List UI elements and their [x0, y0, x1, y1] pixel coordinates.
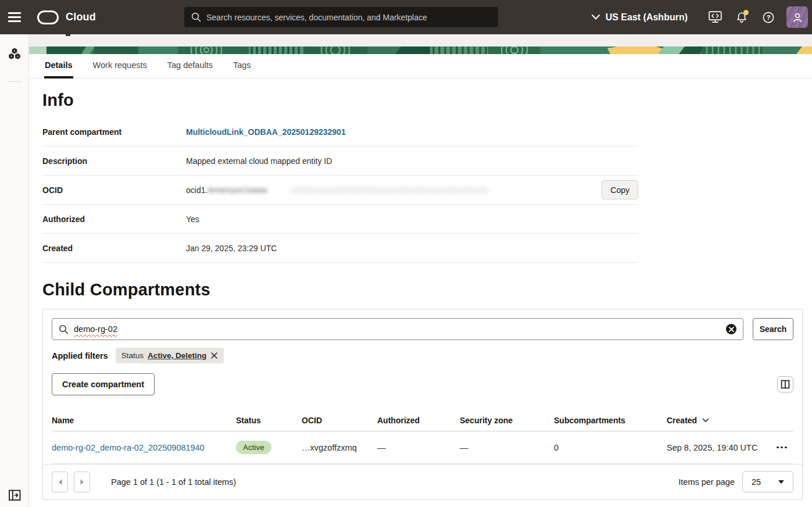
ocid-redacted-faint: aaaaaaaaaaaaaaaaaaaaaaaaaaaaaaaaaaaaaaaa…	[291, 185, 488, 194]
panel-expand-icon	[9, 490, 21, 501]
region-label: US East (Ashburn)	[606, 12, 688, 23]
field-label: Authorized	[42, 215, 186, 224]
table-actions-row: Create compartment	[52, 373, 793, 395]
column-header-security-zone[interactable]: Security zone	[460, 416, 554, 425]
search-button[interactable]: Search	[753, 318, 793, 340]
row-ocid: …xvgzoffzxmq	[302, 443, 377, 452]
search-icon	[59, 324, 69, 334]
help-button[interactable]: ?	[759, 8, 778, 27]
decorative-banner	[29, 47, 812, 54]
chip-prefix: Status	[121, 351, 144, 360]
created-header-label: Created	[667, 416, 697, 425]
info-row-created: Created Jan 29, 2025, 23:29 UTC	[42, 234, 638, 263]
row-actions-menu-button[interactable]	[770, 443, 793, 452]
table-row: demo-rg-02_demo-ra-02_202509081940 Activ…	[52, 431, 793, 464]
hamburger-bars	[8, 12, 21, 22]
child-compartments-title: Child Compartments	[42, 280, 812, 299]
field-label: Description	[42, 156, 186, 166]
search-icon	[191, 12, 201, 22]
row-created: Sep 8, 2025, 19:40 UTC	[667, 443, 770, 452]
tab-tags[interactable]: Tags	[232, 54, 252, 78]
info-row-parent-compartment: Parent compartment MulticloudLink_ODBAA_…	[42, 117, 638, 147]
chevron-left-icon	[58, 479, 63, 485]
collapse-panel-button[interactable]	[0, 490, 29, 501]
items-per-page-value: 25	[752, 477, 761, 487]
scroll-remnant-mark	[66, 34, 70, 36]
compartment-search-row: demo-rg-02 Search	[52, 318, 793, 340]
chevron-right-icon	[80, 479, 85, 485]
remove-filter-button[interactable]	[210, 352, 218, 359]
items-per-page-select[interactable]: 25	[742, 471, 793, 492]
close-icon	[729, 327, 734, 332]
created-value: Jan 29, 2025, 23:29 UTC	[186, 244, 638, 253]
compartment-name-link[interactable]: demo-rg-02_demo-ra-02_202509081940	[52, 443, 205, 452]
info-title: Info	[42, 91, 812, 110]
row-subcompartments: 0	[554, 443, 667, 452]
global-search-bar[interactable]	[184, 7, 498, 27]
top-navigation-bar: Cloud US East (Ashburn)	[0, 0, 812, 34]
cloud-shell-icon	[709, 11, 722, 23]
info-row-authorized: Authorized Yes	[42, 205, 638, 234]
banner-illustration	[29, 47, 812, 54]
authorized-value: Yes	[186, 215, 638, 224]
description-value: Mapped external cloud mapped entity ID	[186, 156, 638, 166]
items-per-page-control: Items per page 25	[678, 471, 793, 492]
table-header: Name Status OCID Authorized Security zon…	[52, 410, 793, 431]
manage-columns-button[interactable]	[777, 376, 793, 392]
page-tabs: Details Work requests Tag defaults Tags	[29, 54, 812, 78]
tab-tag-defaults[interactable]: Tag defaults	[167, 54, 213, 78]
main-content: Details Work requests Tag defaults Tags …	[29, 34, 812, 507]
person-icon	[791, 11, 804, 24]
oracle-ring-icon	[37, 10, 59, 24]
pagination-summary: Page 1 of 1 (1 - 1 of 1 total items)	[111, 477, 236, 487]
announcements-button[interactable]	[732, 8, 752, 27]
info-rows: Parent compartment MulticloudLink_ODBAA_…	[42, 117, 638, 263]
columns-icon	[781, 380, 790, 389]
ocid-value: ocid1. tenancyoc1aaaa aaaaaaaaaaaaaaaaaa…	[186, 180, 638, 199]
clear-search-button[interactable]	[726, 324, 736, 334]
column-header-name[interactable]: Name	[52, 416, 236, 425]
field-label: Created	[42, 244, 186, 253]
global-search-input[interactable]	[206, 13, 491, 22]
row-security-zone: —	[460, 443, 554, 452]
header-actions: US East (Ashburn) ?	[592, 0, 808, 34]
close-icon	[210, 352, 218, 359]
region-selector[interactable]: US East (Ashburn)	[592, 12, 688, 23]
items-per-page-label: Items per page	[678, 477, 735, 487]
parent-compartment-link[interactable]: MulticloudLink_ODBAA_20250129232901	[186, 127, 346, 137]
column-header-created[interactable]: Created	[667, 416, 770, 425]
info-row-ocid: OCID ocid1. tenancyoc1aaaa aaaaaaaaaaaaa…	[42, 176, 638, 205]
child-compartments-panel: demo-rg-02 Search Applied filters Status…	[42, 309, 803, 500]
next-page-button[interactable]	[74, 472, 90, 492]
column-header-subcompartments[interactable]: Subcompartments	[554, 416, 667, 425]
oracle-cloud-logo[interactable]: Cloud	[37, 10, 96, 24]
copy-ocid-button[interactable]: Copy	[602, 180, 638, 199]
cloud-shell-button[interactable]	[705, 8, 725, 27]
notification-dot	[743, 10, 749, 15]
info-row-description: Description Mapped external cloud mapped…	[42, 147, 638, 176]
field-label: OCID	[42, 185, 186, 195]
previous-page-button[interactable]	[52, 472, 68, 492]
compartments-nav-button[interactable]	[0, 41, 29, 67]
applied-filters-label: Applied filters	[52, 351, 108, 360]
profile-avatar[interactable]	[786, 6, 808, 28]
chevron-down-icon	[592, 15, 600, 20]
field-label: Parent compartment	[42, 127, 186, 137]
row-authorized: —	[377, 443, 460, 452]
column-header-ocid[interactable]: OCID	[302, 416, 377, 425]
column-header-status[interactable]: Status	[236, 416, 302, 425]
dropdown-caret-icon	[778, 480, 784, 484]
compartments-icon	[7, 47, 22, 62]
column-header-authorized[interactable]: Authorized	[377, 416, 460, 425]
compartment-search-input[interactable]: demo-rg-02	[52, 318, 743, 340]
chip-value-link[interactable]: Active, Deleting	[148, 351, 206, 360]
status-badge: Active	[236, 441, 271, 454]
ocid-prefix: ocid1.	[186, 185, 208, 195]
help-icon: ?	[762, 11, 775, 24]
create-compartment-button[interactable]: Create compartment	[52, 373, 155, 395]
hamburger-menu-icon[interactable]	[0, 0, 29, 34]
brand-name: Cloud	[66, 11, 96, 23]
left-icon-rail	[0, 34, 29, 507]
tab-work-requests[interactable]: Work requests	[92, 54, 148, 78]
tab-details[interactable]: Details	[44, 54, 73, 78]
